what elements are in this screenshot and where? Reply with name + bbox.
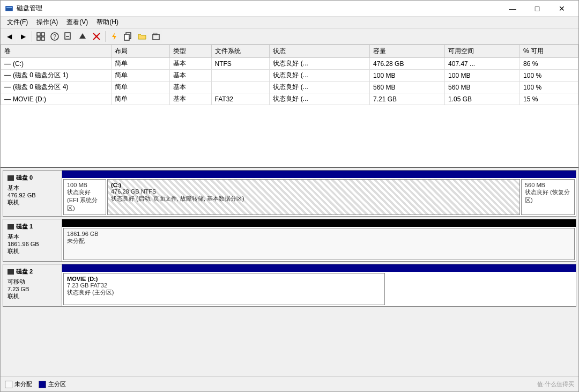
disk-partitions-1: 1861.96 GB未分配 bbox=[62, 219, 576, 261]
lower-section: 磁盘 0 基本 476.92 GB 联机 100 MB状态良好 (EFI 系统分… bbox=[1, 168, 578, 376]
cell-layout: 简单 bbox=[111, 82, 169, 93]
toolbar-btn-paste[interactable] bbox=[150, 30, 162, 43]
disk-type-1: 基本 bbox=[8, 233, 57, 241]
cell-free: 560 MB bbox=[445, 82, 520, 93]
legend-primary: 主分区 bbox=[39, 380, 66, 388]
close-button[interactable]: ✕ bbox=[550, 1, 574, 17]
menu-file[interactable]: 文件(F) bbox=[3, 17, 32, 28]
svg-rect-3 bbox=[37, 33, 40, 36]
window-controls: — □ ✕ bbox=[500, 1, 574, 17]
disk-mini-icon-2 bbox=[8, 269, 14, 275]
cell-status: 状态良好 (... bbox=[270, 82, 370, 93]
disk-title-0: 磁盘 0 bbox=[8, 174, 57, 182]
legend-primary-label: 主分区 bbox=[48, 380, 66, 388]
disk-parts-row-1: 1861.96 GB未分配 bbox=[62, 227, 576, 261]
partition-title-0-1: (C:) bbox=[111, 182, 516, 188]
disk-size-0: 476.92 GB bbox=[8, 192, 57, 198]
cell-layout: 简单 bbox=[111, 70, 169, 82]
maximize-button[interactable]: □ bbox=[525, 1, 550, 17]
toolbar-btn-copy[interactable] bbox=[122, 30, 135, 43]
col-header-cap: 容量 bbox=[370, 45, 445, 58]
cell-vol: —(磁盘 0 磁盘分区 1) bbox=[1, 70, 112, 82]
disk-label-2: 磁盘 2 可移动 7.23 GB 联机 bbox=[3, 264, 62, 306]
cell-pct: 86 % bbox=[520, 58, 578, 70]
cell-cap: 476.28 GB bbox=[370, 58, 445, 70]
cell-free: 407.47 ... bbox=[445, 58, 520, 70]
table-row[interactable]: —(C:) 简单 基本 NTFS 状态良好 (... 476.28 GB 407… bbox=[1, 58, 578, 70]
svg-rect-4 bbox=[41, 33, 44, 36]
content-area: 卷 布局 类型 文件系统 状态 容量 可用空间 % 可用 —(C:) 简单 基本… bbox=[1, 45, 578, 376]
disk-partitions-2: MOVIE (D:)7.23 GB FAT32状态良好 (主分区) bbox=[62, 264, 576, 306]
forward-button[interactable]: ▶ bbox=[17, 30, 29, 43]
disk-label-0: 磁盘 0 基本 476.92 GB 联机 bbox=[3, 171, 62, 216]
col-header-free: 可用空间 bbox=[445, 45, 520, 58]
cell-type: 基本 bbox=[169, 70, 211, 82]
disk-id-1: 磁盘 1 bbox=[16, 223, 33, 231]
toolbar-btn-minus[interactable] bbox=[62, 30, 75, 43]
partition-info-0-1: 状态良好 (启动, 页面文件, 故障转储, 基本数据分区) bbox=[111, 195, 516, 203]
cell-vol: —(C:) bbox=[1, 58, 112, 70]
disk-partitions-0: 100 MB状态良好 (EFI 系统分区)(C:)476.28 GB NTFS状… bbox=[62, 171, 576, 216]
partition-size-1-0: 1861.96 GB bbox=[67, 231, 571, 237]
svg-rect-2 bbox=[6, 7, 12, 8]
disk-title-1: 磁盘 1 bbox=[8, 223, 57, 231]
legend-primary-box bbox=[39, 381, 46, 388]
table-row[interactable]: —(磁盘 0 磁盘分区 4) 简单 基本 状态良好 (... 560 MB 56… bbox=[1, 82, 578, 93]
disk-type-0: 基本 bbox=[8, 184, 57, 192]
partition-0-0[interactable]: 100 MB状态良好 (EFI 系统分区) bbox=[63, 179, 106, 215]
legend-unalloc-label: 未分配 bbox=[14, 380, 32, 388]
cell-free: 100 MB bbox=[445, 70, 520, 82]
partition-size-0-0: 100 MB bbox=[67, 182, 102, 188]
partition-info-0-0: 状态良好 (EFI 系统分区) bbox=[67, 188, 102, 212]
back-button[interactable]: ◀ bbox=[3, 30, 16, 43]
partition-0-2[interactable]: 560 MB状态良好 (恢复分区) bbox=[521, 179, 575, 215]
cell-status: 状态良好 (... bbox=[270, 93, 370, 105]
disk-top-bar-2 bbox=[62, 264, 576, 272]
cell-layout: 简单 bbox=[111, 93, 169, 105]
disk-parts-row-0: 100 MB状态良好 (EFI 系统分区)(C:)476.28 GB NTFS状… bbox=[62, 178, 576, 216]
partition-1-0[interactable]: 1861.96 GB未分配 bbox=[63, 228, 575, 260]
cell-free: 1.05 GB bbox=[445, 93, 520, 105]
partition-2-0[interactable]: MOVIE (D:)7.23 GB FAT32状态良好 (主分区) bbox=[63, 273, 385, 305]
menu-bar: 文件(F) 操作(A) 查看(V) 帮助(H) bbox=[1, 17, 578, 28]
disk-mini-icon-1 bbox=[8, 224, 14, 230]
cell-fs: FAT32 bbox=[211, 93, 270, 105]
col-header-fs: 文件系统 bbox=[211, 45, 270, 58]
menu-help[interactable]: 帮助(H) bbox=[92, 17, 123, 28]
disk-id-2: 磁盘 2 bbox=[16, 268, 33, 276]
svg-rect-9 bbox=[65, 33, 70, 39]
cell-fs: NTFS bbox=[211, 58, 270, 70]
table-row[interactable]: —(磁盘 0 磁盘分区 1) 简单 基本 状态良好 (... 100 MB 10… bbox=[1, 70, 578, 82]
toolbar-btn-up[interactable] bbox=[76, 30, 89, 43]
cell-pct: 100 % bbox=[520, 70, 578, 82]
menu-view[interactable]: 查看(V) bbox=[62, 17, 92, 28]
col-header-type: 类型 bbox=[169, 45, 211, 58]
svg-marker-11 bbox=[79, 33, 86, 39]
partition-info-2-0: 状态良好 (主分区) bbox=[67, 289, 381, 297]
status-bar: 未分配 主分区 值·什么值得买 bbox=[1, 376, 578, 391]
disk-size-2: 7.23 GB bbox=[8, 286, 57, 292]
toolbar-btn-help[interactable]: ? bbox=[48, 30, 61, 43]
cell-status: 状态良好 (... bbox=[270, 58, 370, 70]
cell-cap: 560 MB bbox=[370, 82, 445, 93]
cell-status: 状态良好 (... bbox=[270, 70, 370, 82]
partition-size-0-1: 476.28 GB NTFS bbox=[111, 188, 516, 195]
svg-rect-5 bbox=[37, 37, 40, 40]
partition-0-1[interactable]: (C:)476.28 GB NTFS状态良好 (启动, 页面文件, 故障转储, … bbox=[107, 179, 520, 215]
toolbar-btn-flash[interactable] bbox=[108, 30, 121, 43]
toolbar-btn-grid[interactable] bbox=[34, 30, 47, 43]
cell-fs bbox=[211, 70, 270, 82]
menu-action[interactable]: 操作(A) bbox=[32, 17, 62, 28]
disk-status-0: 联机 bbox=[8, 198, 57, 206]
cell-vol: —MOVIE (D:) bbox=[1, 93, 112, 105]
table-row[interactable]: —MOVIE (D:) 简单 基本 FAT32 状态良好 (... 7.21 G… bbox=[1, 93, 578, 105]
disk-row-0: 磁盘 0 基本 476.92 GB 联机 100 MB状态良好 (EFI 系统分… bbox=[3, 170, 576, 217]
cell-layout: 简单 bbox=[111, 58, 169, 70]
cell-type: 基本 bbox=[169, 58, 211, 70]
toolbar-btn-delete[interactable] bbox=[90, 30, 103, 43]
minimize-button[interactable]: — bbox=[500, 1, 525, 17]
toolbar-btn-folder[interactable] bbox=[136, 30, 149, 43]
partition-size-2-0: 7.23 GB FAT32 bbox=[67, 282, 381, 289]
app-icon bbox=[5, 4, 13, 13]
toolbar-separator-2 bbox=[105, 31, 106, 42]
